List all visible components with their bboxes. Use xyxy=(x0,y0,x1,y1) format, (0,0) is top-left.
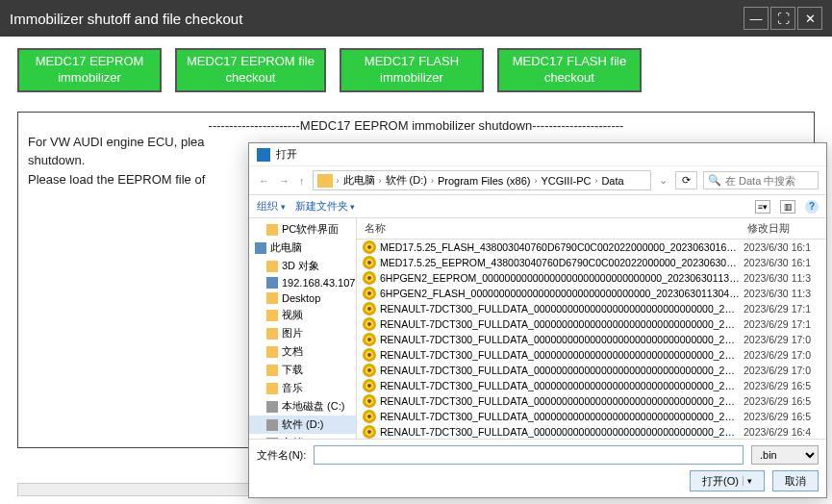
search-input[interactable] xyxy=(725,175,814,187)
organize-menu[interactable]: 组织 xyxy=(257,199,286,214)
window-titlebar: Immobilizer shutoff and file checkout — … xyxy=(0,0,832,37)
file-name: MED17.5.25_EEPROM_438003040760D6790C0C00… xyxy=(380,257,744,268)
tree-item-label: 视频 xyxy=(282,308,303,322)
file-name: RENAULT-7DCT300_FULLDATA_000000000000000… xyxy=(380,426,744,438)
folder-icon xyxy=(266,365,278,376)
dialog-titlebar: 打开 xyxy=(249,143,826,166)
crumb[interactable]: Program Files (x86) xyxy=(438,175,531,187)
tab-eeprom-file-checkout[interactable]: MEDC17 EEPROM file checkout xyxy=(175,48,326,92)
drive-icon xyxy=(266,419,278,431)
file-row[interactable]: RENAULT-7DCT300_FULLDATA_000000000000000… xyxy=(357,378,826,393)
crumb[interactable]: Data xyxy=(601,175,623,187)
file-list-body[interactable]: MED17.5.25_FLASH_438003040760D6790C0C002… xyxy=(357,239,826,439)
tab-eeprom-immobilizer[interactable]: MEDC17 EEPROM immobilizer xyxy=(17,48,162,92)
file-row[interactable]: MED17.5.25_FLASH_438003040760D6790C0C002… xyxy=(357,239,826,255)
nav-forward-icon[interactable]: → xyxy=(277,175,291,187)
net-icon xyxy=(266,277,278,289)
search-box[interactable]: 🔍 xyxy=(703,171,819,189)
tree-item[interactable]: 192.168.43.107 xyxy=(249,275,356,290)
tree-item[interactable]: 下载 xyxy=(249,361,356,379)
file-name: RENAULT-7DCT300_FULLDATA_000000000000000… xyxy=(380,380,744,391)
file-name: RENAULT-7DCT300_FULLDATA_000000000000000… xyxy=(380,303,744,315)
tab-flash-file-checkout[interactable]: MEDC17 FLASH file checkout xyxy=(497,48,642,92)
file-row[interactable]: RENAULT-7DCT300_FULLDATA_000000000000000… xyxy=(357,363,826,378)
tree-item[interactable]: 本地磁盘 (C:) xyxy=(249,397,356,416)
bin-file-icon xyxy=(363,333,376,346)
tree-item[interactable]: 视频 xyxy=(249,306,356,324)
new-folder-button[interactable]: 新建文件夹 xyxy=(295,199,356,214)
tree-item-label: 下载 xyxy=(282,363,303,377)
cancel-button[interactable]: 取消 xyxy=(772,470,819,491)
nav-back-icon[interactable]: ← xyxy=(257,175,271,187)
list-header: 名称 修改日期 xyxy=(357,218,826,239)
tree-item-label: 192.168.43.107 xyxy=(282,277,355,289)
bin-file-icon xyxy=(363,287,376,300)
file-date: 2023/6/29 16:4 xyxy=(744,426,826,438)
crumb[interactable]: 软件 (D:) xyxy=(386,173,427,188)
tree-item[interactable]: 3D 对象 xyxy=(249,257,356,275)
window-title: Immobilizer shutoff and file checkout xyxy=(10,11,744,27)
col-date-header[interactable]: 修改日期 xyxy=(744,218,826,239)
file-date: 2023/6/29 17:0 xyxy=(744,365,826,376)
window-controls: — ⛶ ✕ xyxy=(744,7,822,30)
tree-item[interactable]: 此电脑 xyxy=(249,239,356,257)
file-name: RENAULT-7DCT300_FULLDATA_000000000000000… xyxy=(380,395,744,407)
content-heading: ----------------------MEDC17 EEPROM immo… xyxy=(28,118,804,133)
folder-icon xyxy=(266,310,278,321)
tree-item[interactable]: 软件 (D:) xyxy=(249,416,356,434)
breadcrumb-bar[interactable]: › 此电脑› 软件 (D:)› Program Files (x86)› YCG… xyxy=(313,170,652,190)
col-name-header[interactable]: 名称 xyxy=(357,218,744,239)
bin-file-icon xyxy=(363,302,376,315)
nav-up-icon[interactable]: ↑ xyxy=(297,175,307,187)
file-row[interactable]: RENAULT-7DCT300_FULLDATA_000000000000000… xyxy=(357,409,826,424)
file-row[interactable]: RENAULT-7DCT300_FULLDATA_000000000000000… xyxy=(357,301,826,316)
file-row[interactable]: MED17.5.25_EEPROM_438003040760D6790C0C00… xyxy=(357,255,826,270)
help-icon[interactable]: ? xyxy=(805,200,819,214)
file-date: 2023/6/29 16:5 xyxy=(744,380,826,391)
tree-item[interactable]: 图片 xyxy=(249,324,356,342)
folder-tree[interactable]: PC软件界面此电脑3D 对象192.168.43.107Desktop视频图片文… xyxy=(249,218,357,439)
crumb[interactable]: YCGIII-PC xyxy=(541,175,591,187)
open-button[interactable]: 打开(O) xyxy=(690,470,765,491)
file-row[interactable]: RENAULT-7DCT300_FULLDATA_000000000000000… xyxy=(357,424,826,439)
folder-icon xyxy=(266,224,278,236)
maximize-button[interactable]: ⛶ xyxy=(770,7,795,30)
tab-flash-immobilizer[interactable]: MEDC17 FLASH immobilizer xyxy=(340,48,484,92)
dialog-body: PC软件界面此电脑3D 对象192.168.43.107Desktop视频图片文… xyxy=(249,218,826,439)
crumb[interactable]: 此电脑 xyxy=(343,173,375,188)
minimize-button[interactable]: — xyxy=(744,7,769,30)
file-name: 6HPGEN2_EEPROM_0000000000000000000000000… xyxy=(380,272,744,284)
tree-item[interactable]: PC软件界面 xyxy=(249,220,356,239)
bin-file-icon xyxy=(363,317,376,331)
bin-file-icon xyxy=(363,364,376,377)
file-row[interactable]: RENAULT-7DCT300_FULLDATA_000000000000000… xyxy=(357,347,826,363)
bin-file-icon xyxy=(363,240,376,254)
file-row[interactable]: 6HPGEN2_FLASH_00000000000000000000000000… xyxy=(357,286,826,301)
drive-icon xyxy=(266,401,278,413)
close-button[interactable]: ✕ xyxy=(797,7,822,30)
file-row[interactable]: RENAULT-7DCT300_FULLDATA_000000000000000… xyxy=(357,332,826,347)
bin-file-icon xyxy=(363,394,376,408)
bin-file-icon xyxy=(363,256,376,269)
view-mode-icon[interactable]: ≡▾ xyxy=(755,200,770,214)
file-name: RENAULT-7DCT300_FULLDATA_000000000000000… xyxy=(380,411,744,422)
file-row[interactable]: 6HPGEN2_EEPROM_0000000000000000000000000… xyxy=(357,270,826,286)
preview-pane-icon[interactable]: ▥ xyxy=(780,200,795,214)
file-name: RENAULT-7DCT300_FULLDATA_000000000000000… xyxy=(380,365,744,376)
file-date: 2023/6/30 16:1 xyxy=(744,241,826,253)
refresh-button[interactable]: ⟳ xyxy=(675,171,697,189)
folder-icon xyxy=(266,346,278,358)
filename-label: 文件名(N): xyxy=(257,448,306,463)
file-date: 2023/6/29 17:0 xyxy=(744,334,826,345)
file-row[interactable]: RENAULT-7DCT300_FULLDATA_000000000000000… xyxy=(357,393,826,409)
tree-item[interactable]: Desktop xyxy=(249,290,356,306)
tree-item-label: 图片 xyxy=(282,326,303,340)
bin-file-icon xyxy=(363,425,376,439)
tree-item[interactable]: 音乐 xyxy=(249,379,356,397)
crumb-dropdown-icon[interactable]: ⌄ xyxy=(657,174,669,187)
file-row[interactable]: RENAULT-7DCT300_FULLDATA_000000000000000… xyxy=(357,316,826,332)
filename-input[interactable] xyxy=(314,445,744,465)
file-type-filter[interactable]: .bin xyxy=(751,445,819,465)
tree-item[interactable]: 文档 xyxy=(249,342,356,361)
file-date: 2023/6/30 16:1 xyxy=(744,257,826,268)
